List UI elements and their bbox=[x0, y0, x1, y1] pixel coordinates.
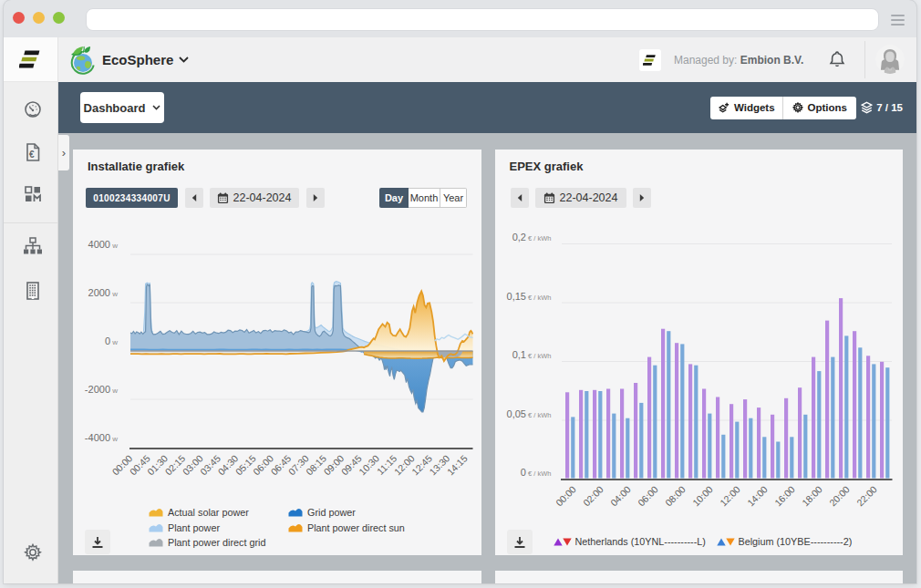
svg-text:0 w: 0 w bbox=[105, 335, 118, 346]
svg-text:0,2 € / kWh: 0,2 € / kWh bbox=[512, 232, 551, 242]
svg-text:18:00: 18:00 bbox=[799, 483, 823, 508]
svg-text:14:00: 14:00 bbox=[744, 483, 769, 508]
svg-text:22:00: 22:00 bbox=[854, 483, 878, 508]
svg-text:02:00: 02:00 bbox=[580, 483, 605, 508]
svg-text:14:15: 14:15 bbox=[445, 452, 470, 477]
svg-text:06:00: 06:00 bbox=[635, 483, 659, 508]
svg-text:16:00: 16:00 bbox=[771, 483, 796, 508]
svg-text:€: € bbox=[29, 149, 35, 159]
svg-text:0,15 € / kWh: 0,15 € / kWh bbox=[506, 290, 551, 301]
svg-text:2000 w: 2000 w bbox=[88, 286, 119, 297]
svg-text:4000 w: 4000 w bbox=[88, 238, 119, 249]
svg-text:00:00: 00:00 bbox=[553, 483, 577, 508]
svg-text:0,1 € / kWh: 0,1 € / kWh bbox=[512, 349, 551, 360]
svg-text:0,05 € / kWh: 0,05 € / kWh bbox=[506, 407, 551, 418]
svg-text:04:00: 04:00 bbox=[607, 483, 632, 508]
svg-text:20:00: 20:00 bbox=[826, 483, 851, 508]
svg-text:08:00: 08:00 bbox=[662, 483, 687, 508]
svg-text:-2000 w: -2000 w bbox=[85, 383, 118, 394]
svg-text:12:00: 12:00 bbox=[717, 483, 741, 508]
svg-text:-4000 w: -4000 w bbox=[85, 431, 118, 442]
svg-text:10:00: 10:00 bbox=[689, 483, 714, 508]
svg-text:0 € / kWh: 0 € / kWh bbox=[520, 467, 551, 478]
